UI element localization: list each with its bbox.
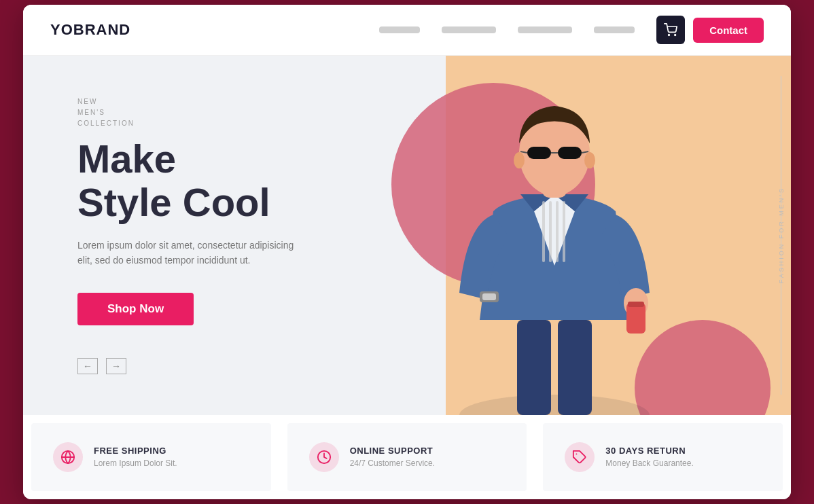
svg-rect-6 bbox=[549, 201, 552, 262]
vertical-text-container: FASHION FOR MEN'S bbox=[772, 56, 791, 414]
feature-support-desc: 24/7 Customer Service. bbox=[350, 458, 435, 468]
feature-support-title: ONLINE SUPPORT bbox=[350, 446, 435, 456]
shop-now-button[interactable]: Shop Now bbox=[77, 293, 194, 325]
svg-rect-20 bbox=[482, 293, 496, 300]
feature-return-desc: Money Back Guarantee. bbox=[605, 458, 693, 468]
feature-online-support: ONLINE SUPPORT 24/7 Customer Service. bbox=[287, 423, 527, 491]
feature-return-text: 30 DAYS RETURN Money Back Guarantee. bbox=[605, 446, 693, 468]
browser-window: YOBRAND Contact NEW MEN'S COLLECTION Ma bbox=[23, 5, 791, 499]
hero-right: FASHION FOR MEN'S bbox=[446, 56, 792, 414]
svg-rect-4 bbox=[558, 320, 592, 415]
cart-button[interactable] bbox=[656, 16, 685, 44]
vertical-text-label: FASHION FOR MEN'S bbox=[778, 187, 785, 283]
nav-item-4[interactable] bbox=[594, 26, 635, 33]
feature-shipping-desc: Lorem Ipsum Dolor Sit. bbox=[94, 458, 177, 468]
hero-title: Make Style Cool bbox=[77, 137, 405, 224]
header: YOBRAND Contact bbox=[23, 5, 791, 56]
svg-rect-8 bbox=[563, 201, 565, 262]
cart-icon bbox=[664, 23, 677, 37]
svg-rect-3 bbox=[517, 320, 551, 415]
svg-point-2 bbox=[459, 395, 650, 415]
logo: YOBRAND bbox=[50, 21, 130, 39]
contact-button[interactable]: Contact bbox=[693, 18, 764, 43]
svg-point-0 bbox=[669, 35, 670, 36]
support-icon bbox=[309, 442, 339, 472]
nav-item-2[interactable] bbox=[442, 26, 496, 33]
hero-arrows: ← → bbox=[77, 358, 405, 374]
svg-rect-5 bbox=[542, 201, 545, 262]
next-arrow-button[interactable]: → bbox=[106, 358, 126, 374]
svg-rect-11 bbox=[628, 302, 644, 307]
svg-point-21 bbox=[584, 152, 595, 168]
svg-point-1 bbox=[675, 35, 676, 36]
nav-items bbox=[379, 26, 635, 33]
feature-shipping-text: FREE SHIPPING Lorem Ipsum Dolor Sit. bbox=[94, 446, 177, 468]
feature-return-title: 30 DAYS RETURN bbox=[605, 446, 693, 456]
svg-rect-14 bbox=[527, 147, 551, 159]
hero-left: NEW MEN'S COLLECTION Make Style Cool Lor… bbox=[23, 56, 446, 414]
hero-section: NEW MEN'S COLLECTION Make Style Cool Lor… bbox=[23, 56, 791, 414]
feature-return: 30 DAYS RETURN Money Back Guarantee. bbox=[543, 423, 783, 491]
features-section: FREE SHIPPING Lorem Ipsum Dolor Sit. ONL… bbox=[23, 415, 791, 499]
svg-rect-7 bbox=[556, 201, 559, 262]
hero-subtitle: NEW MEN'S COLLECTION bbox=[77, 96, 405, 129]
hero-description: Lorem ipsum dolor sit amet, consectetur … bbox=[77, 238, 295, 268]
feature-free-shipping: FREE SHIPPING Lorem Ipsum Dolor Sit. bbox=[31, 423, 271, 491]
shipping-icon bbox=[53, 442, 83, 472]
return-icon bbox=[565, 442, 595, 472]
prev-arrow-button[interactable]: ← bbox=[77, 358, 98, 374]
svg-rect-10 bbox=[626, 303, 645, 334]
nav-item-1[interactable] bbox=[379, 26, 420, 33]
feature-shipping-title: FREE SHIPPING bbox=[94, 446, 177, 456]
hero-man-figure bbox=[385, 89, 724, 415]
svg-rect-15 bbox=[558, 147, 582, 159]
nav-item-3[interactable] bbox=[518, 26, 572, 33]
feature-support-text: ONLINE SUPPORT 24/7 Customer Service. bbox=[350, 446, 435, 468]
svg-point-22 bbox=[514, 152, 525, 168]
